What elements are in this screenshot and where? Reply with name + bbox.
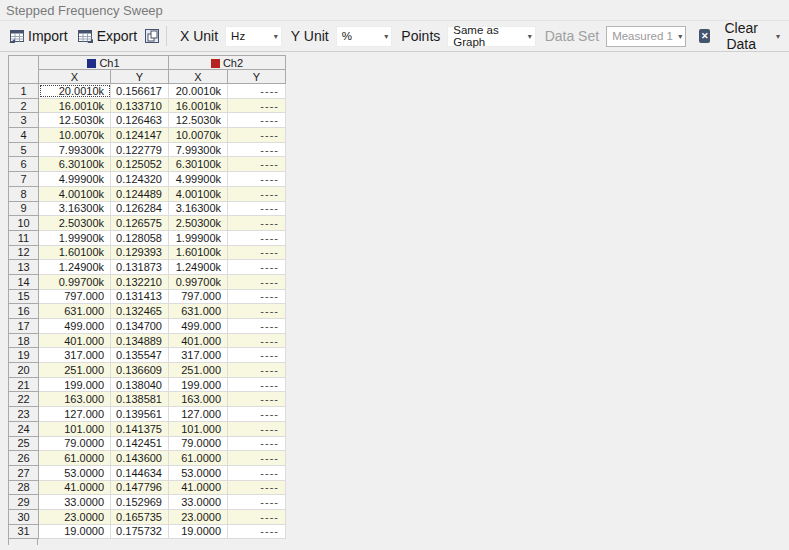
cell-ch2-x[interactable]: 33.0000 <box>169 495 228 510</box>
cell-ch2-y[interactable]: ---- <box>228 201 286 216</box>
cell-ch1-y[interactable]: 0.124320 <box>111 172 169 187</box>
row-number[interactable]: 15 <box>9 289 39 304</box>
row-number[interactable]: 2 <box>9 98 39 113</box>
cell-ch2-y[interactable]: ---- <box>228 216 286 231</box>
cell-ch1-y[interactable]: 0.139561 <box>111 407 169 422</box>
cell-ch1-y[interactable]: 0.143600 <box>111 451 169 466</box>
cell-ch2-x[interactable]: 1.60100k <box>169 245 228 260</box>
cell-ch1-x[interactable]: 631.000 <box>39 304 111 319</box>
cell-ch1-x[interactable]: 19.0000 <box>39 524 111 539</box>
cell-ch1-y[interactable]: 0.122779 <box>111 142 169 157</box>
row-number[interactable]: 9 <box>9 201 39 216</box>
cell-ch2-x[interactable]: 199.000 <box>169 377 228 392</box>
cell-ch2-x[interactable]: 4.00100k <box>169 186 228 201</box>
row-number[interactable]: 23 <box>9 407 39 422</box>
cell-ch1-x[interactable]: 41.0000 <box>39 480 111 495</box>
cell-ch1-x[interactable]: 16.0010k <box>39 98 111 113</box>
cell-ch1-y[interactable]: 0.175732 <box>111 524 169 539</box>
cell-ch1-x[interactable]: 12.5030k <box>39 113 111 128</box>
cell-ch2-x[interactable]: 79.0000 <box>169 436 228 451</box>
row-number[interactable]: 22 <box>9 392 39 407</box>
cell-ch2-y[interactable]: ---- <box>228 289 286 304</box>
cell-ch1-y[interactable]: 0.147796 <box>111 480 169 495</box>
cell-ch2-y[interactable]: ---- <box>228 392 286 407</box>
cell-ch1-y[interactable]: 0.132465 <box>111 304 169 319</box>
cell-ch1-x[interactable]: 163.000 <box>39 392 111 407</box>
cell-ch2-x[interactable]: 127.000 <box>169 407 228 422</box>
cell-ch1-x[interactable]: 53.0000 <box>39 465 111 480</box>
cell-ch2-x[interactable]: 4.99900k <box>169 172 228 187</box>
cell-ch1-y[interactable]: 0.125052 <box>111 157 169 172</box>
cell-ch1-y[interactable]: 0.131413 <box>111 289 169 304</box>
row-number[interactable]: 4 <box>9 128 39 143</box>
cell-ch2-y[interactable]: ---- <box>228 304 286 319</box>
cell-ch1-y[interactable]: 0.133710 <box>111 98 169 113</box>
cell-ch1-y[interactable]: 0.126575 <box>111 216 169 231</box>
cell-ch1-y[interactable]: 0.135547 <box>111 348 169 363</box>
cell-ch1-x[interactable]: 61.0000 <box>39 451 111 466</box>
cell-ch2-y[interactable]: ---- <box>228 128 286 143</box>
cell-ch2-y[interactable]: ---- <box>228 319 286 334</box>
row-number[interactable]: 5 <box>9 142 39 157</box>
cell-ch1-y[interactable]: 0.141375 <box>111 421 169 436</box>
cell-ch2-y[interactable]: ---- <box>228 113 286 128</box>
row-number[interactable]: 20 <box>9 363 39 378</box>
cell-ch1-y[interactable]: 0.124147 <box>111 128 169 143</box>
cell-ch1-y[interactable]: 0.138581 <box>111 392 169 407</box>
cell-ch2-x[interactable]: 12.5030k <box>169 113 228 128</box>
cell-ch2-y[interactable]: ---- <box>228 465 286 480</box>
cell-ch1-x[interactable]: 127.000 <box>39 407 111 422</box>
row-number[interactable]: 19 <box>9 348 39 363</box>
cell-ch2-x[interactable]: 10.0070k <box>169 128 228 143</box>
row-number[interactable]: 10 <box>9 216 39 231</box>
cell-ch2-x[interactable]: 16.0010k <box>169 98 228 113</box>
export-button[interactable]: Export <box>73 25 142 47</box>
cell-ch2-y[interactable]: ---- <box>228 84 286 99</box>
cell-ch2-x[interactable]: 251.000 <box>169 363 228 378</box>
cell-ch1-y[interactable]: 0.156617 <box>111 84 169 99</box>
row-number[interactable]: 12 <box>9 245 39 260</box>
row-number[interactable]: 28 <box>9 480 39 495</box>
cell-ch2-x[interactable]: 2.50300k <box>169 216 228 231</box>
copy-button[interactable] <box>142 26 162 46</box>
cell-ch1-x[interactable]: 7.99300k <box>39 142 111 157</box>
cell-ch2-x[interactable]: 1.24900k <box>169 260 228 275</box>
cell-ch2-y[interactable]: ---- <box>228 407 286 422</box>
cell-ch2-x[interactable]: 101.000 <box>169 421 228 436</box>
cell-ch1-x[interactable]: 0.99700k <box>39 274 111 289</box>
cell-ch2-y[interactable]: ---- <box>228 363 286 378</box>
cell-ch1-x[interactable]: 79.0000 <box>39 436 111 451</box>
cell-ch2-y[interactable]: ---- <box>228 157 286 172</box>
cell-ch1-y[interactable]: 0.152969 <box>111 495 169 510</box>
cell-ch2-y[interactable]: ---- <box>228 348 286 363</box>
cell-ch1-x[interactable]: 4.99900k <box>39 172 111 187</box>
cell-ch2-y[interactable]: ---- <box>228 186 286 201</box>
cell-ch2-y[interactable]: ---- <box>228 495 286 510</box>
cell-ch1-x[interactable]: 23.0000 <box>39 509 111 524</box>
cell-ch2-x[interactable]: 23.0000 <box>169 509 228 524</box>
row-number[interactable]: 1 <box>9 84 39 99</box>
cell-ch1-y[interactable]: 0.134889 <box>111 333 169 348</box>
cell-ch2-y[interactable]: ---- <box>228 524 286 539</box>
cell-ch1-y[interactable]: 0.144634 <box>111 465 169 480</box>
row-number[interactable]: 16 <box>9 304 39 319</box>
cell-ch2-y[interactable]: ---- <box>228 451 286 466</box>
cell-ch2-y[interactable]: ---- <box>228 436 286 451</box>
cell-ch2-y[interactable]: ---- <box>228 480 286 495</box>
row-number[interactable]: 3 <box>9 113 39 128</box>
cell-ch1-x[interactable]: 401.000 <box>39 333 111 348</box>
cell-ch1-y[interactable]: 0.165735 <box>111 509 169 524</box>
row-number[interactable]: 13 <box>9 260 39 275</box>
import-button[interactable]: Import <box>4 25 73 47</box>
cell-ch2-y[interactable]: ---- <box>228 172 286 187</box>
cell-ch2-x[interactable]: 401.000 <box>169 333 228 348</box>
cell-ch1-y[interactable]: 0.138040 <box>111 377 169 392</box>
row-number[interactable]: 21 <box>9 377 39 392</box>
row-number[interactable]: 26 <box>9 451 39 466</box>
cell-ch1-y[interactable]: 0.128058 <box>111 230 169 245</box>
cell-ch2-y[interactable]: ---- <box>228 333 286 348</box>
cell-ch1-x[interactable]: 797.000 <box>39 289 111 304</box>
cell-ch2-x[interactable]: 163.000 <box>169 392 228 407</box>
cell-ch2-y[interactable]: ---- <box>228 245 286 260</box>
cell-ch2-x[interactable]: 1.99900k <box>169 230 228 245</box>
